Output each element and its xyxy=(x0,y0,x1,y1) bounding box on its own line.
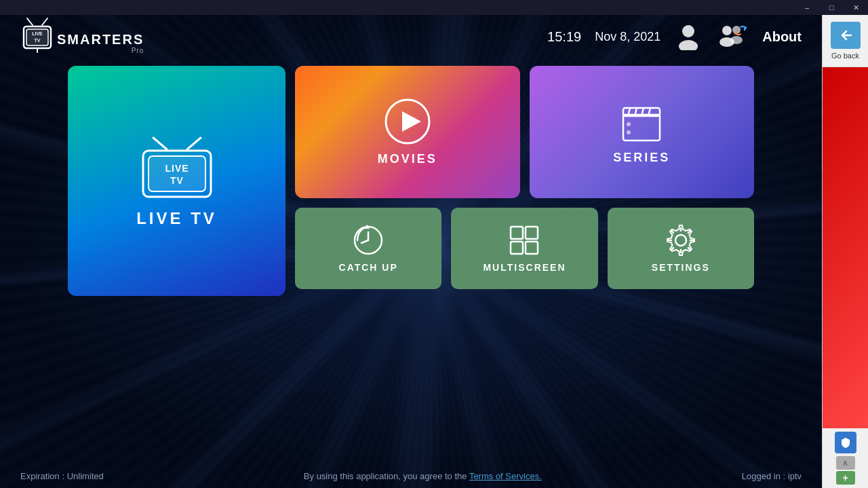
svg-point-13 xyxy=(730,36,743,44)
sidebar-up-chevron[interactable]: ∧ xyxy=(836,456,855,470)
clock: 15:19 xyxy=(547,29,581,45)
logo-smarters-text: SMARTERS xyxy=(57,32,144,47)
header: LIVE TV SMARTERS Pro 15:19 Nov 8, 2021 xyxy=(0,15,822,59)
series-clapper-icon xyxy=(618,100,665,144)
catchup-label: CATCH UP xyxy=(339,262,398,273)
top-row: LIVE TV LIVE TV MOVIES xyxy=(68,66,754,198)
svg-rect-22 xyxy=(623,115,660,140)
logo-tv-icon: LIVE TV xyxy=(20,17,54,54)
multiscreen-label: MULTISCREEN xyxy=(483,262,566,273)
settings-card[interactable]: SETTINGS xyxy=(608,208,754,289)
maximize-button[interactable]: □ xyxy=(819,0,844,15)
user-icon xyxy=(674,22,703,50)
series-card[interactable]: SERIES xyxy=(530,66,755,198)
svg-point-29 xyxy=(627,130,631,134)
svg-line-1 xyxy=(42,18,47,25)
logo: LIVE TV SMARTERS Pro xyxy=(20,17,144,57)
go-back-label: Go back xyxy=(831,52,859,60)
svg-rect-33 xyxy=(526,227,538,239)
header-right: 15:19 Nov 8, 2021 xyxy=(547,22,802,53)
movies-play-icon xyxy=(384,98,431,145)
titlebar-buttons: – □ ✕ xyxy=(795,0,868,15)
svg-rect-34 xyxy=(511,242,523,254)
svg-text:LIVE: LIVE xyxy=(165,163,189,174)
close-button[interactable]: ✕ xyxy=(844,0,868,15)
footer: Expiration : Unlimited By using this app… xyxy=(0,471,822,481)
go-back-area: Go back xyxy=(823,15,868,67)
right-sidebar: ∧ ? Go back ∧ + xyxy=(822,0,868,488)
svg-point-10 xyxy=(722,26,732,35)
sidebar-plus-button[interactable]: + xyxy=(836,471,855,485)
terms-link[interactable]: Terms of Services. xyxy=(469,471,542,481)
back-arrow-icon xyxy=(837,29,854,42)
catchup-card[interactable]: CATCH UP xyxy=(295,208,441,289)
main-layout: LIVE TV SMARTERS Pro 15:19 Nov 8, 2021 xyxy=(0,15,822,488)
svg-marker-21 xyxy=(402,111,421,132)
svg-rect-35 xyxy=(526,242,538,254)
titlebar: – □ ✕ xyxy=(0,0,868,15)
svg-point-28 xyxy=(627,122,631,126)
logo-pro-text: Pro xyxy=(57,47,144,54)
settings-label: SETTINGS xyxy=(652,262,710,273)
cards-grid: LIVE TV LIVE TV MOVIES xyxy=(68,66,754,457)
expiry-text: Expiration : Unlimited xyxy=(20,471,104,481)
user-icon-button[interactable] xyxy=(674,22,703,53)
movies-card[interactable]: MOVIES xyxy=(295,66,520,198)
sidebar-red-panel xyxy=(823,67,868,428)
svg-line-14 xyxy=(153,138,167,149)
sidebar-action-buttons: ∧ + xyxy=(836,456,855,485)
logo-text: SMARTERS Pro xyxy=(57,32,144,54)
go-back-button[interactable] xyxy=(831,22,861,49)
livetv-label: LIVE TV xyxy=(136,209,217,228)
logged-in-text: Logged in : iptv xyxy=(742,471,802,481)
switch-user-icon xyxy=(716,22,749,50)
svg-text:TV: TV xyxy=(170,175,184,186)
sidebar-bottom: ∧ + xyxy=(823,428,868,488)
terms-text: By using this application, you agree to … xyxy=(304,471,542,481)
multiscreen-icon xyxy=(508,224,540,257)
sidebar-shield-icon xyxy=(835,432,856,453)
minimize-button[interactable]: – xyxy=(795,0,819,15)
bottom-row: CATCH UP MULTISCREEN xyxy=(295,208,754,296)
date: Nov 8, 2021 xyxy=(595,30,660,44)
switch-user-icon-button[interactable] xyxy=(716,22,749,53)
svg-text:LIVE: LIVE xyxy=(32,31,43,36)
about-button[interactable]: About xyxy=(762,29,802,45)
svg-line-0 xyxy=(27,18,33,25)
svg-point-36 xyxy=(675,235,686,246)
svg-rect-32 xyxy=(511,227,523,239)
settings-gear-icon xyxy=(665,224,697,257)
svg-rect-17 xyxy=(149,156,205,191)
livetv-card[interactable]: LIVE TV LIVE TV xyxy=(68,66,285,296)
movies-label: MOVIES xyxy=(378,152,437,166)
logo-icon: LIVE TV xyxy=(20,17,54,57)
multiscreen-card[interactable]: MULTISCREEN xyxy=(451,208,597,289)
svg-text:TV: TV xyxy=(35,38,41,43)
svg-line-15 xyxy=(187,138,201,149)
svg-point-8 xyxy=(682,25,694,37)
livetv-icon: LIVE TV xyxy=(136,134,218,202)
catchup-icon xyxy=(352,224,384,257)
svg-point-9 xyxy=(679,40,698,50)
shield-icon xyxy=(840,436,852,449)
series-label: SERIES xyxy=(613,151,670,165)
